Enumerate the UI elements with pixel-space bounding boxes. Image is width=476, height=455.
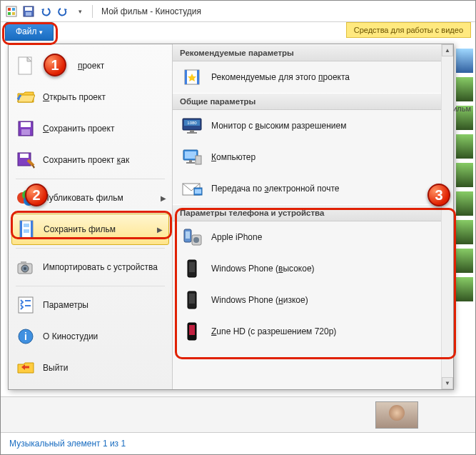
preset-label: Windows Phone (высокое) — [211, 264, 315, 274]
redo-icon[interactable] — [56, 5, 69, 18]
preset-recommended-project[interactable]: Рекомендуемые для этого проекта — [173, 61, 453, 93]
svg-rect-41 — [189, 160, 192, 162]
preview-strip — [1, 396, 475, 432]
svg-rect-33 — [197, 70, 199, 84]
svg-rect-2 — [12, 8, 15, 11]
svg-rect-48 — [186, 231, 190, 239]
timeline-thumbnails — [454, 44, 475, 397]
menu-item-label: Сохранить проект — [43, 124, 114, 134]
file-tab[interactable]: Файл ▾ — [5, 22, 54, 41]
svg-rect-10 — [21, 122, 31, 127]
save-icon — [16, 119, 36, 139]
preset-label: Zune HD (с разрешением 720p) — [211, 326, 336, 336]
menu-item-new-project[interactable]: Создать проект — [9, 50, 172, 81]
menu-item-label: Публиковать фильм — [43, 193, 123, 203]
svg-rect-21 — [24, 229, 29, 233]
svg-text:1080: 1080 — [187, 121, 197, 125]
svg-rect-37 — [190, 130, 194, 132]
app-icon — [5, 5, 18, 18]
scroll-down-icon[interactable]: ▼ — [442, 377, 453, 389]
webcam-thumbnail — [375, 401, 418, 429]
svg-rect-13 — [20, 154, 29, 158]
chevron-right-icon: ▶ — [161, 194, 166, 202]
window-title: Мой фильм - Киностудия — [101, 6, 201, 16]
svg-rect-56 — [189, 325, 195, 335]
svg-rect-43 — [196, 156, 201, 164]
film-save-icon — [16, 219, 36, 239]
preset-label: Windows Phone (низкое) — [211, 295, 308, 305]
preset-label: Передача по электронной почте — [211, 184, 340, 194]
annotation-badge-1: 1 — [44, 54, 66, 76]
menu-item-import-device[interactable]: Импортировать с устройства — [9, 251, 172, 283]
file-menu: Создать проект Открыть проект Сохранить … — [8, 44, 454, 390]
menu-item-label: Параметры — [43, 300, 88, 310]
info-icon: i — [16, 326, 36, 346]
email-icon — [181, 179, 203, 198]
phone-icon — [181, 259, 203, 278]
menu-item-label: Сохранить проект как — [43, 155, 129, 165]
menu-item-label: Выйти — [43, 363, 69, 373]
menu-item-open-project[interactable]: Открыть проект — [9, 81, 172, 113]
context-tab-video-tools[interactable]: Средства для работы с видео — [346, 22, 471, 38]
menu-item-label: Импортировать с устройства — [43, 262, 158, 272]
zune-icon — [181, 322, 203, 341]
svg-rect-19 — [31, 221, 33, 238]
svg-rect-32 — [185, 70, 187, 84]
menu-item-save-project-as[interactable]: Сохранить проект как — [9, 144, 172, 176]
preset-email[interactable]: Передача по электронной почте — [173, 173, 453, 204]
chevron-right-icon: ▶ — [157, 226, 163, 234]
svg-point-24 — [24, 267, 26, 270]
svg-point-50 — [193, 237, 199, 243]
annotation-badge-2: 2 — [25, 184, 48, 206]
preset-label: Компьютер — [211, 152, 255, 162]
menu-item-label: Открыть проект — [43, 92, 106, 102]
undo-icon[interactable] — [39, 5, 52, 18]
save-as-icon — [16, 150, 36, 170]
save-icon[interactable] — [22, 5, 35, 18]
preset-windows-phone-low[interactable]: Windows Phone (низкое) — [173, 284, 453, 316]
svg-rect-42 — [186, 162, 195, 164]
svg-rect-7 — [26, 12, 31, 16]
film-star-icon — [181, 68, 203, 86]
menu-item-save-movie[interactable]: Сохранить фильм ▶ — [11, 214, 169, 245]
svg-text:i: i — [24, 331, 27, 342]
menu-item-label: О Киностудии — [43, 331, 98, 341]
group-phone-device: Параметры телефона и устройства — [173, 204, 453, 221]
scroll-up-icon[interactable]: ▲ — [442, 44, 453, 56]
submenu-scrollbar[interactable]: ▲ ▼ — [441, 44, 453, 389]
quick-access-toolbar: ▾ Мой фильм - Киностудия — [1, 1, 475, 22]
dropdown-icon[interactable]: ▾ — [74, 5, 86, 18]
svg-rect-18 — [20, 221, 22, 238]
folder-open-icon — [16, 87, 36, 107]
preset-windows-phone-high[interactable]: Windows Phone (высокое) — [173, 253, 453, 284]
menu-item-about[interactable]: i О Киностудии — [9, 321, 172, 352]
menu-item-label: Сохранить фильм — [44, 224, 116, 234]
new-file-icon — [16, 56, 36, 76]
camera-import-icon — [16, 257, 36, 277]
computer-icon — [181, 148, 203, 166]
exit-icon — [16, 358, 36, 378]
svg-rect-25 — [21, 261, 26, 264]
svg-rect-40 — [185, 151, 196, 159]
iphone-icon — [181, 228, 203, 246]
file-menu-right: Рекомендуемые параметры Рекомендуемые дл… — [173, 44, 453, 389]
menu-item-save-project[interactable]: Сохранить проект — [9, 113, 172, 144]
svg-rect-20 — [24, 224, 29, 227]
svg-rect-6 — [25, 7, 32, 11]
status-bar: Музыкальный элемент 1 из 1 — [1, 432, 475, 454]
svg-rect-38 — [187, 132, 197, 134]
options-icon — [16, 295, 36, 315]
svg-rect-54 — [189, 294, 195, 304]
preset-label: Apple iPhone — [211, 232, 262, 242]
preset-zune-hd[interactable]: Zune HD (с разрешением 720p) — [173, 316, 453, 347]
preset-computer[interactable]: Компьютер — [173, 141, 453, 173]
menu-item-options[interactable]: Параметры — [9, 289, 172, 321]
svg-rect-4 — [12, 12, 15, 15]
menu-item-exit[interactable]: Выйти — [9, 352, 172, 384]
preset-apple-iphone[interactable]: Apple iPhone — [173, 221, 453, 253]
phone-icon — [181, 291, 203, 309]
preset-hd-monitor[interactable]: 1080 Монитор с высоким разрешением — [173, 110, 453, 141]
svg-rect-46 — [195, 189, 201, 194]
svg-rect-52 — [189, 262, 195, 272]
partial-text: ильм — [452, 104, 471, 113]
